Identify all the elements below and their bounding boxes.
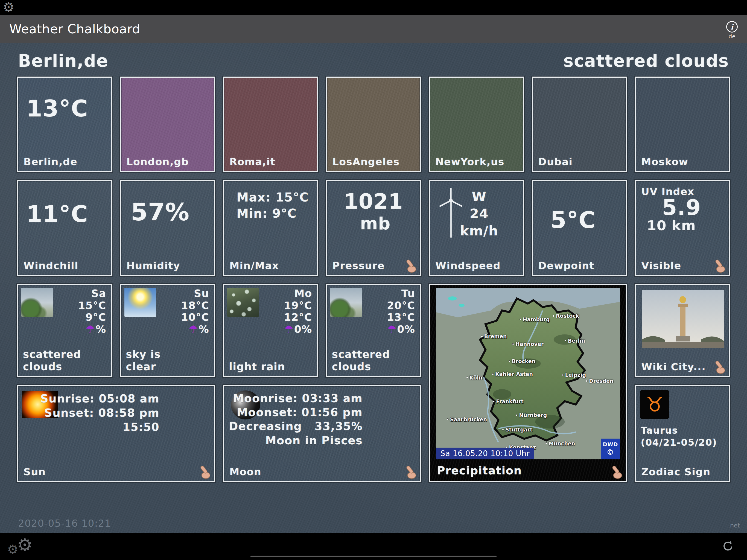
forecast-low: 13°C: [387, 311, 415, 324]
last-updated: 2020-05-16 10:21: [18, 518, 111, 529]
forecast-values: Sa 15°C 9°C ☂%: [78, 288, 106, 335]
wind-unit: km/h: [449, 222, 509, 239]
forecast-values: Tu 20°C 13°C ☂0%: [387, 288, 415, 335]
sunrise-time: Sunrise: 05:08 am: [41, 391, 159, 406]
info-icon[interactable]: i: [726, 21, 738, 32]
tap-hand-icon: [609, 465, 624, 480]
windchill-value: 11°C: [26, 201, 88, 228]
forecast-tile-mo[interactable]: Mo 19°C 12°C ☂0% light rain: [223, 284, 318, 377]
forecast-day: Sa: [78, 288, 106, 300]
title-bar: Weather Chalkboard i de: [0, 15, 747, 43]
humidity-value: 57%: [131, 198, 190, 226]
forecast-day: Su: [181, 288, 209, 300]
forecast-desc: sky is clear: [126, 349, 193, 373]
map-city-label: Frankfurt: [493, 399, 523, 404]
sunset-time: Sunset: 08:58 pm: [41, 406, 159, 420]
language-label: de: [729, 33, 736, 40]
city-tile-moskow[interactable]: Moskow: [635, 77, 730, 172]
city-tile-losangeles[interactable]: LosAngeles: [326, 77, 421, 172]
net-label: .net: [728, 522, 740, 529]
forecast-day: Tu: [387, 288, 415, 300]
dewpoint-tile[interactable]: 5°C Dewpoint: [532, 180, 627, 276]
forecast-low: 10°C: [181, 311, 209, 324]
pressure-unit: mb: [331, 213, 420, 233]
precipitation-tile[interactable]: HamburgRostockBremenHannoverBerlinBrocke…: [429, 284, 627, 482]
refresh-icon[interactable]: [721, 539, 735, 554]
map-city-label: Köln: [466, 375, 482, 381]
forecast-desc: scattered clouds: [23, 349, 90, 373]
day-length: 15:50: [41, 420, 159, 434]
uv-index-value: 5.9: [662, 195, 701, 220]
city-tile-london[interactable]: London,gb: [120, 77, 215, 172]
sun-values: Sunrise: 05:08 am Sunset: 08:58 pm 15:50: [41, 391, 159, 434]
moon-phase: Decreasing 33,35%: [229, 419, 363, 433]
forecast-tile-tu[interactable]: Tu 20°C 13°C ☂0% scattered clouds: [326, 284, 421, 377]
city-name: NewYork,us: [435, 156, 505, 167]
app-title: Weather Chalkboard: [9, 22, 140, 36]
forecast-weather-image: [330, 288, 362, 316]
board-header: Berlin,de scattered clouds: [18, 51, 729, 71]
pressure-value: 1021: [327, 189, 420, 213]
city-tile-berlin[interactable]: 13°C Berlin,de: [17, 77, 112, 172]
bottom-bar: ⚙ ⚙: [0, 533, 747, 560]
forecast-values: Mo 19°C 12°C ☂0%: [284, 288, 312, 335]
tile-grid: 13°C Berlin,de London,gb Roma,it LosAnge…: [17, 77, 730, 482]
sun-tile[interactable]: Sunrise: 05:08 am Sunset: 08:58 pm 15:50…: [17, 385, 215, 482]
map-city-label: Kahler Asten: [492, 371, 533, 377]
windchill-label: Windchill: [24, 260, 78, 271]
dewpoint-label: Dewpoint: [538, 260, 594, 271]
forecast-tile-sa[interactable]: Sa 15°C 9°C ☂% scattered clouds: [17, 284, 112, 377]
city-tile-roma[interactable]: Roma,it: [223, 77, 318, 172]
status-bar: ⚙: [0, 0, 747, 15]
city-name: Roma,it: [229, 156, 275, 167]
zodiac-tile[interactable]: ♉ Taurus (04/21-05/20) Zodiac Sign: [635, 385, 730, 482]
forecast-low: 9°C: [78, 311, 106, 324]
precipitation-label: Precipitation: [437, 464, 522, 477]
city-name: Dubai: [538, 156, 572, 167]
moon-position: Moon in Pisces: [229, 434, 363, 448]
forecast-precip: ☂0%: [387, 324, 415, 335]
forecast-values: Su 18°C 10°C ☂%: [181, 288, 209, 335]
umbrella-icon: ☂: [284, 324, 294, 335]
umbrella-icon: ☂: [85, 324, 95, 335]
dwd-label: DWD: [603, 441, 618, 447]
humidity-label: Humidity: [127, 260, 180, 271]
moon-values: Moonrise: 03:33 am Moonset: 01:56 pm Dec…: [229, 391, 363, 448]
windspeed-tile[interactable]: W 24 km/h Windspeed: [429, 180, 524, 276]
forecast-desc: light rain: [229, 361, 285, 373]
windspeed-values: W 24 km/h: [449, 188, 509, 239]
minmax-tile[interactable]: Max: 15°C Min: 9°C Min/Max: [223, 180, 318, 276]
settings-gear-icon[interactable]: ⚙: [3, 0, 15, 15]
city-photo: [642, 290, 724, 348]
windchill-tile[interactable]: 11°C Windchill: [17, 180, 112, 276]
forecast-weather-image: [227, 288, 259, 316]
visible-tile[interactable]: UV Index 5.9 10 km Visible: [635, 180, 730, 276]
forecast-tile-su[interactable]: Su 18°C 10°C ☂% sky is clear: [120, 284, 215, 377]
board-footer: 2020-05-16 10:21 .net: [18, 518, 740, 529]
humidity-tile[interactable]: 57% Humidity: [120, 180, 215, 276]
settings-gear-icon-large[interactable]: ⚙: [17, 535, 32, 555]
min-temp: Min: 9°C: [236, 205, 309, 222]
wind-value: 24: [449, 205, 509, 222]
map-timestamp: Sa 16.05.20 10:10 Uhr: [436, 448, 534, 459]
forecast-high: 20°C: [387, 300, 415, 312]
chalkboard: Berlin,de scattered clouds 13°C Berlin,d…: [0, 43, 747, 533]
home-indicator[interactable]: [251, 556, 496, 557]
city-tile-dubai[interactable]: Dubai: [532, 77, 627, 172]
map-city-label: Leipzig: [562, 372, 586, 378]
zodiac-sign: Taurus (04/21-05/20): [641, 424, 720, 449]
map-city-label: Brocken: [509, 358, 536, 364]
pressure-tile[interactable]: 1021 mb Pressure: [326, 180, 421, 276]
tap-hand-icon: [403, 259, 418, 274]
dwd-logo: DWD: [601, 439, 620, 459]
map-city-label: München: [545, 440, 575, 447]
city-temp: 13°C: [26, 95, 88, 122]
dwd-spiral-icon: [606, 447, 615, 457]
wiki-city-label: Wiki City...: [641, 361, 706, 373]
wiki-city-tile[interactable]: Wiki City...: [635, 284, 730, 377]
city-tile-newyork[interactable]: NewYork,us: [429, 77, 524, 172]
map-city-label: Bremen: [481, 333, 507, 339]
current-condition: scattered clouds: [564, 51, 729, 71]
moon-tile[interactable]: Moonrise: 03:33 am Moonset: 01:56 pm Dec…: [223, 385, 421, 482]
map-city-label: Rostock: [552, 313, 579, 319]
